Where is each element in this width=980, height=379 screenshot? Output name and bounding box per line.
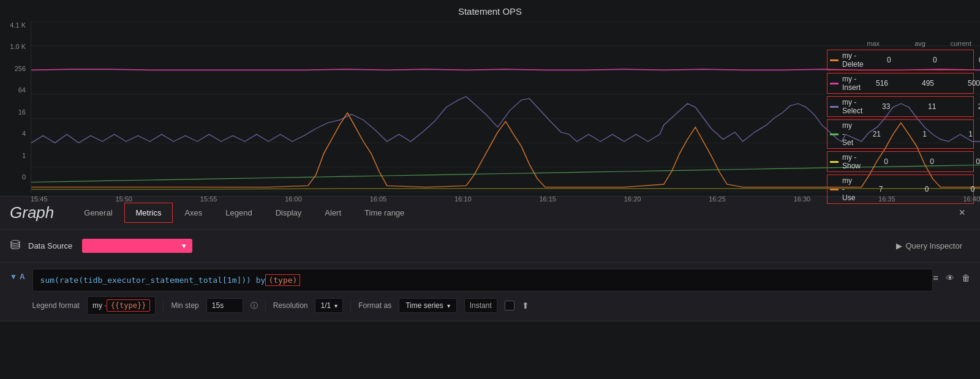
legend-item: my - Insert516495500 [827, 73, 974, 94]
legend-item: my - Show000 [827, 151, 974, 172]
min-step-input[interactable]: 15s [206, 298, 243, 313]
legend-item-name: my - Insert [842, 75, 861, 92]
query-toggle[interactable]: ▼ A [10, 269, 25, 281]
legend-item-value: 33 [862, 102, 890, 111]
legend-item-value: 0 [907, 157, 934, 166]
query-letter: A [20, 272, 25, 281]
datasource-row: Data Source ▾ ▶ Query Inspector [0, 230, 980, 263]
legend-item: my - Delete000 [827, 50, 974, 70]
resolution-dropdown-icon: ▾ [334, 302, 337, 309]
legend-format-label: Legend format [32, 301, 80, 310]
legend-item-name: my - Show [842, 153, 861, 170]
toggle-arrow-icon: ▼ [10, 272, 17, 281]
legend-item-value: 0 [952, 157, 980, 166]
legend-format-input[interactable]: my · {{type}} [87, 296, 156, 315]
legend-prefix: my · [92, 301, 107, 310]
query-input-area: sum(rate(tidb_executor_statement_total[1… [32, 269, 933, 315]
action-icons: ≡ 👁 🗑 [933, 269, 970, 283]
legend-color-swatch [830, 161, 839, 163]
datasource-dropdown-icon: ▾ [182, 241, 186, 250]
legend-item-value: 1 [945, 130, 973, 138]
tabs: GeneralMetricsAxesLegendDisplayAlertTime… [72, 203, 954, 223]
legend-panel: max avg current my - Delete000my - Inser… [827, 40, 974, 206]
legend-color-swatch [830, 59, 839, 61]
legend-item-value: 21 [853, 130, 881, 138]
query-inspector-button[interactable]: ▶ Query Inspector [888, 237, 971, 255]
legend-item-value: 7 [855, 185, 883, 193]
legend-item-value: 516 [861, 79, 888, 88]
query-options-row: Legend format my · {{type}} Min step 15s… [32, 296, 933, 315]
legend-item: my - Use700 [827, 174, 974, 204]
y-axis: 4.1 K 1.0 K 256 64 16 4 1 0 [0, 21, 31, 193]
info-icon[interactable]: ⓘ [251, 301, 258, 311]
expression-text: sum(rate(tidb_executor_statement_total[1… [40, 276, 266, 285]
legend-item-value: 495 [907, 79, 934, 88]
format-as-label: Format as [358, 301, 391, 310]
legend-col-current: current [944, 40, 971, 47]
format-as-value: Time series [405, 301, 443, 310]
close-button[interactable]: × [954, 204, 970, 222]
legend-item-name: my - Select [842, 98, 862, 115]
legend-item-value: 0 [861, 157, 888, 166]
legend-item-name: my - Delete [842, 51, 864, 69]
legend-item-value: 1 [899, 130, 927, 138]
legend-item: my - Set2111 [827, 119, 974, 149]
legend-color-swatch [830, 133, 839, 135]
format-as-select[interactable]: Time series ▾ [399, 298, 457, 313]
tab-alert[interactable]: Alert [313, 203, 353, 223]
legend-items: my - Delete000my - Insert516495500my - S… [827, 50, 974, 204]
legend-item-name: my - Set [842, 121, 853, 147]
legend-item-value: 0 [864, 56, 891, 64]
legend-col-avg: avg [898, 40, 925, 47]
format-as-dropdown-icon: ▾ [447, 302, 450, 309]
instant-checkbox[interactable] [505, 301, 514, 310]
legend-item-value: 11 [908, 102, 936, 111]
tab-display[interactable]: Display [264, 203, 314, 223]
legend-col-max: max [852, 40, 880, 47]
eye-icon[interactable]: 👁 [946, 273, 954, 283]
legend-item-value: 0 [956, 56, 980, 64]
trash-icon[interactable]: 🗑 [962, 273, 970, 283]
legend-color-swatch [830, 83, 839, 84]
db-icon [10, 239, 21, 253]
chart-title: Statement OPS [0, 6, 980, 17]
legend-highlight: {{type}} [107, 299, 151, 312]
instant-label: Instant [464, 298, 497, 313]
query-inspector-label: Query Inspector [906, 241, 963, 250]
min-step-label: Min step [171, 301, 198, 310]
tab-general[interactable]: General [72, 203, 124, 223]
panel-title: Graph [10, 203, 54, 222]
query-inspector-arrow-icon: ▶ [896, 241, 902, 250]
menu-icon[interactable]: ≡ [933, 272, 938, 283]
legend-item-name: my - Use [842, 176, 855, 202]
query-expression[interactable]: sum(rate(tidb_executor_statement_total[1… [32, 269, 933, 291]
legend-item-value: 0 [901, 185, 929, 193]
datasource-label: Data Source [28, 241, 72, 250]
legend-item-value: 2 [954, 102, 980, 111]
panel-section: Graph GeneralMetricsAxesLegendDisplayAle… [0, 196, 980, 321]
legend-color-swatch [830, 189, 839, 190]
chart-area: max avg current my - Delete000my - Inser… [31, 21, 980, 193]
tab-legend[interactable]: Legend [214, 203, 263, 223]
legend-color-swatch [830, 106, 839, 108]
datasource-value [88, 241, 177, 250]
resolution-select[interactable]: 1/1 ▾ [315, 298, 343, 313]
divider-2 [265, 299, 266, 312]
legend-item-value: 0 [910, 56, 937, 64]
divider-1 [163, 299, 164, 312]
legend-item-value: 0 [947, 185, 974, 193]
svg-point-8 [11, 240, 20, 243]
legend-item-value: 500 [952, 79, 980, 88]
export-icon[interactable]: ⬆ [522, 301, 529, 310]
chart-container: Statement OPS 4.1 K 1.0 K 256 64 16 4 1 … [0, 0, 980, 196]
tab-metrics[interactable]: Metrics [124, 203, 173, 223]
legend-header: max avg current [827, 40, 974, 47]
tab-axes[interactable]: Axes [173, 203, 214, 223]
legend-item: my - Select33112 [827, 96, 974, 117]
tab-time-range[interactable]: Time range [353, 203, 416, 223]
datasource-select[interactable]: ▾ [82, 239, 192, 253]
expression-highlight: (type) [265, 274, 300, 286]
divider-3 [350, 299, 351, 312]
resolution-label: Resolution [273, 301, 308, 310]
resolution-value: 1/1 [320, 301, 331, 310]
